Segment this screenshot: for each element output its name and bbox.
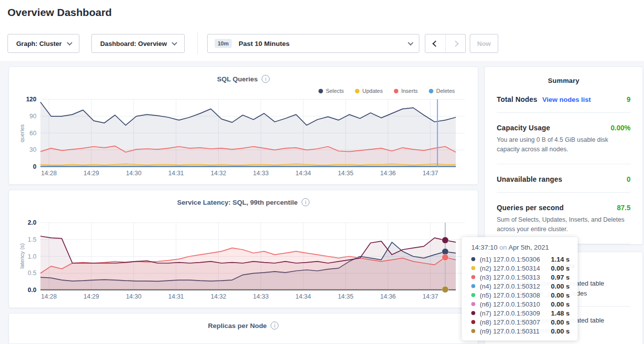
svg-text:14:32: 14:32 — [211, 170, 226, 177]
chart-hover-tooltip: 14:37:10 on Apr 5th, 2021 (n1) 127.0.0.1… — [462, 237, 578, 341]
svg-text:14:30: 14:30 — [126, 293, 141, 300]
summary-row-value: 87.5 — [617, 204, 631, 212]
info-icon[interactable] — [271, 322, 279, 330]
svg-text:2.0: 2.0 — [28, 219, 36, 226]
sql-queries-card: SQL Queries SelectsUpdatesInsertsDeletes… — [8, 66, 478, 185]
svg-text:60: 60 — [29, 130, 36, 137]
tooltip-node-value: 0.00 s — [551, 292, 570, 299]
summary-row: Queries per second87.5 — [485, 204, 643, 212]
chevron-down-icon — [172, 40, 177, 45]
tooltip-date: Apr 5th, 2021 — [508, 244, 549, 251]
tooltip-timestamp: 14:37:10 on Apr 5th, 2021 — [471, 244, 570, 251]
svg-text:30: 30 — [29, 146, 36, 153]
tooltip-rows: (n1) 127.0.0.1:503061.14 s(n2) 127.0.0.1… — [471, 255, 570, 336]
range-duration-badge: 10m — [215, 39, 232, 48]
svg-text:120: 120 — [26, 96, 36, 103]
chevron-down-icon — [408, 40, 413, 45]
tooltip-node-value: 0.00 s — [551, 301, 570, 308]
svg-text:0.0: 0.0 — [28, 287, 36, 294]
dashboard-dropdown-label: Dashboard: Overview — [100, 40, 167, 47]
tooltip-node-value: 0.00 s — [551, 283, 570, 290]
time-step-group — [425, 34, 466, 53]
svg-text:14:36: 14:36 — [380, 170, 396, 177]
summary-row-description: Sum of Selects, Updates, Inserts, and De… — [485, 215, 643, 235]
toolbar-divider — [197, 32, 198, 54]
tooltip-row: (n8) 127.0.0.1:503070.00 s — [471, 318, 570, 327]
tooltip-node-label: (n7) 127.0.0.1:50309 — [480, 310, 540, 317]
svg-text:0: 0 — [33, 163, 36, 170]
replicas-per-node-card: Replicas per Node — [8, 313, 478, 344]
tooltip-row: (n5) 127.0.0.1:503080.00 s — [471, 291, 570, 300]
tooltip-on-word: on — [499, 244, 507, 251]
graph-scope-dropdown[interactable]: Graph: Cluster — [7, 34, 79, 53]
tooltip-row: (n1) 127.0.0.1:503061.14 s — [471, 255, 570, 264]
svg-text:14:34: 14:34 — [296, 170, 311, 177]
chevron-left-icon — [432, 40, 439, 47]
dashboard-dropdown[interactable]: Dashboard: Overview — [91, 34, 185, 53]
graph-scope-label: Graph: Cluster — [16, 40, 61, 47]
summary-row: Capacity Usage0.00% — [485, 124, 643, 132]
svg-text:14:35: 14:35 — [338, 293, 353, 300]
time-range-dropdown[interactable]: 10m Past 10 Minutes — [207, 34, 419, 53]
svg-text:14:31: 14:31 — [168, 170, 184, 177]
svg-text:14:34: 14:34 — [296, 293, 311, 300]
tooltip-node-value: 0.00 s — [551, 328, 570, 335]
summary-divider — [497, 164, 631, 164]
svg-text:1.0: 1.0 — [28, 253, 36, 260]
series-dot-icon — [471, 311, 475, 315]
svg-text:14:28: 14:28 — [41, 293, 56, 300]
summary-row-value: 9 — [627, 95, 631, 103]
tooltip-node-label: (n4) 127.0.0.1:50312 — [480, 283, 540, 290]
tooltip-node-value: 0.97 s — [551, 274, 570, 281]
series-dot-icon — [471, 266, 475, 270]
service-latency-chart[interactable]: 0.00.51.01.52.014:2814:2914:3014:3114:32… — [9, 190, 479, 309]
tooltip-time: 14:37:10 — [471, 244, 498, 251]
summary-row-label: Unavailable ranges — [497, 175, 562, 183]
svg-text:14:35: 14:35 — [338, 170, 353, 177]
time-range-label: Past 10 Minutes — [239, 40, 290, 47]
svg-text:14:32: 14:32 — [211, 293, 226, 300]
series-dot-icon — [471, 257, 475, 261]
summary-divider — [497, 192, 631, 193]
svg-text:0.5: 0.5 — [28, 270, 36, 277]
now-button[interactable]: Now — [470, 34, 498, 53]
summary-panel: Summary Total NodesView nodes list9Capac… — [484, 66, 643, 245]
tooltip-row: (n4) 127.0.0.1:503120.00 s — [471, 282, 570, 291]
summary-row-value: 0.00% — [611, 124, 631, 132]
series-dot-icon — [471, 275, 475, 279]
previous-range-button[interactable] — [425, 34, 445, 52]
series-dot-icon — [471, 293, 475, 297]
summary-row-value: 0 — [627, 175, 631, 183]
now-button-label: Now — [477, 40, 491, 47]
svg-text:14:33: 14:33 — [253, 293, 269, 300]
svg-text:14:29: 14:29 — [83, 293, 99, 300]
tooltip-node-value: 1.14 s — [551, 256, 570, 263]
tooltip-node-label: (n9) 127.0.0.1:50311 — [480, 328, 540, 335]
tooltip-row: (n7) 127.0.0.1:503091.48 s — [471, 309, 570, 318]
summary-row-label: Queries per second — [497, 204, 564, 212]
overview-dashboard-page: Overview Dashboard Graph: Cluster Dashbo… — [0, 0, 644, 344]
summary-row: Total NodesView nodes list9 — [485, 95, 643, 103]
svg-text:14:37: 14:37 — [422, 293, 438, 300]
svg-text:14:30: 14:30 — [126, 170, 141, 177]
tooltip-node-value: 0.00 s — [551, 319, 570, 326]
sql-queries-chart[interactable]: 030609012014:2814:2914:3014:3114:3214:33… — [9, 67, 479, 185]
svg-text:14:33: 14:33 — [253, 170, 269, 177]
series-dot-icon — [471, 320, 475, 324]
series-dot-icon — [471, 302, 475, 306]
tooltip-node-label: (n1) 127.0.0.1:50306 — [480, 256, 540, 263]
svg-text:14:37: 14:37 — [422, 170, 438, 177]
tooltip-row: (n9) 127.0.0.1:503110.00 s — [471, 327, 570, 336]
summary-row-label: Total Nodes — [497, 95, 537, 103]
svg-text:14:31: 14:31 — [168, 293, 184, 300]
view-nodes-list-link[interactable]: View nodes list — [542, 96, 591, 103]
tooltip-node-label: (n2) 127.0.0.1:50314 — [480, 265, 540, 272]
series-dot-icon — [471, 284, 475, 288]
next-range-button[interactable] — [445, 34, 465, 52]
tooltip-row: (n2) 127.0.0.1:503140.00 s — [471, 264, 570, 273]
svg-text:14:36: 14:36 — [380, 293, 396, 300]
svg-text:14:29: 14:29 — [83, 170, 99, 177]
tooltip-node-value: 1.48 s — [551, 310, 570, 317]
chart-title: Replicas per Node — [208, 322, 267, 330]
tooltip-node-value: 0.00 s — [551, 265, 570, 272]
